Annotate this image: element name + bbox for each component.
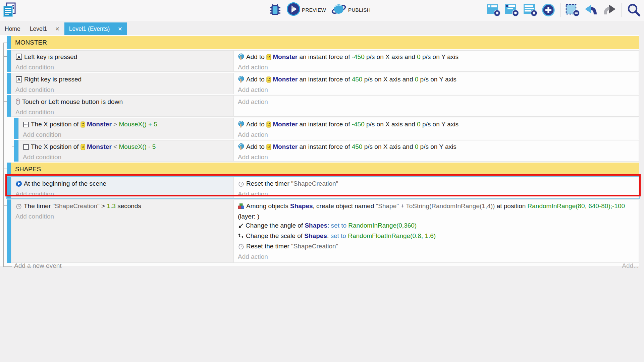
- action-sentence[interactable]: Reset the timer "ShapeCreation": [234, 242, 639, 252]
- preview-label: PREVIEW: [302, 7, 326, 13]
- debugger-button[interactable]: [268, 2, 282, 17]
- add-action-button[interactable]: Add action: [234, 85, 639, 94]
- add-condition-button[interactable]: Add condition: [11, 85, 233, 94]
- svg-text:A: A: [17, 77, 21, 82]
- action-sentence[interactable]: Among objects Shapes, create object name…: [234, 201, 639, 221]
- condition-sentence[interactable]: Touch or Left mouse button is down: [11, 97, 233, 108]
- tab-level1[interactable]: Level1✕: [25, 22, 64, 35]
- add-comment-button[interactable]: [523, 3, 538, 17]
- monster-icon: [266, 54, 271, 63]
- add-action-button[interactable]: Add action: [234, 97, 639, 106]
- project-manager-button[interactable]: [2, 2, 17, 18]
- event-row[interactable]: Touch or Left mouse button is downAdd co…: [7, 95, 639, 117]
- event-row[interactable]: At the beginning of the sceneAdd conditi…: [7, 177, 639, 198]
- sentence-segment: :: [327, 232, 331, 239]
- add-more-button[interactable]: Add...: [622, 262, 639, 269]
- sentence-segment: >: [100, 202, 107, 209]
- position-icon: [23, 121, 29, 130]
- sentence-segment: Add to: [246, 76, 266, 83]
- actions-cell[interactable]: Add to Monster an instant force of -450 …: [234, 50, 639, 72]
- condition-sentence[interactable]: At the beginning of the scene: [11, 179, 233, 189]
- sentence-segment: 450: [352, 76, 363, 83]
- event-row[interactable]: The X position of Monster > MouseX() + 5…: [14, 118, 639, 139]
- actions-cell[interactable]: Reset the timer "ShapeCreation"Add actio…: [234, 177, 639, 198]
- tab-level1-events[interactable]: Level1 (Events)✕: [64, 22, 127, 35]
- action-sentence[interactable]: Change the scale of Shapes: set to Rando…: [234, 231, 639, 242]
- action-sentence[interactable]: Reset the timer "ShapeCreation": [234, 179, 639, 189]
- event-group-header[interactable]: SHAPES: [7, 163, 639, 176]
- event-row[interactable]: The timer "ShapeCreation" > 1.3 secondsA…: [7, 199, 639, 263]
- preview-button[interactable]: PREVIEW: [286, 2, 326, 17]
- event-row[interactable]: ALeft key is pressedAdd conditionAdd to …: [7, 50, 639, 72]
- add-condition-button[interactable]: Add condition: [11, 63, 233, 72]
- add-action-button[interactable]: Add action: [234, 63, 639, 72]
- tab-home[interactable]: Home: [0, 22, 25, 35]
- action-sentence[interactable]: Add to Monster an instant force of -450 …: [234, 120, 639, 130]
- sentence-segment: Monster: [87, 143, 112, 150]
- add-action-button[interactable]: Add action: [234, 189, 639, 198]
- condition-sentence[interactable]: The X position of Monster < MouseX() - 5: [19, 142, 233, 153]
- actions-cell[interactable]: Add action: [234, 95, 639, 117]
- actions-cell[interactable]: Add to Monster an instant force of 450 p…: [234, 140, 639, 162]
- undo-button[interactable]: [584, 3, 598, 17]
- add-condition-button[interactable]: Add condition: [19, 153, 233, 162]
- sentence-segment: p/s on X axis and: [362, 143, 415, 150]
- add-condition-button[interactable]: Add condition: [11, 189, 233, 198]
- tab-close-icon[interactable]: ✕: [118, 26, 122, 32]
- condition-sentence[interactable]: ALeft key is pressed: [11, 52, 233, 63]
- event-group-header[interactable]: MONSTER: [7, 36, 639, 49]
- tab-close-icon[interactable]: ✕: [55, 26, 59, 32]
- conditions-cell[interactable]: ALeft key is pressedAdd condition: [11, 50, 234, 72]
- sentence-segment: -450: [352, 53, 365, 60]
- conditions-cell[interactable]: ARight key is pressedAdd condition: [11, 73, 234, 94]
- event-row[interactable]: ARight key is pressedAdd conditionAdd to…: [7, 73, 639, 94]
- sentence-segment: RandomInRange(0,360): [348, 222, 417, 229]
- create-object-icon: [238, 203, 245, 212]
- actions-cell[interactable]: Among objects Shapes, create object name…: [234, 199, 639, 263]
- add-event-button[interactable]: [486, 3, 501, 17]
- sentence-segment: set to: [331, 222, 348, 229]
- publish-button[interactable]: PUBLISH: [331, 2, 371, 17]
- redo-button[interactable]: [602, 3, 617, 17]
- action-sentence[interactable]: Add to Monster an instant force of 450 p…: [234, 142, 639, 153]
- sentence-segment: 450: [352, 143, 363, 150]
- sentence-segment: p/s on X axis and: [365, 121, 417, 128]
- sentence-segment: set to: [330, 232, 348, 239]
- conditions-cell[interactable]: At the beginning of the sceneAdd conditi…: [11, 177, 234, 198]
- conditions-cell[interactable]: The timer "ShapeCreation" > 1.3 secondsA…: [11, 199, 234, 263]
- event-row[interactable]: The X position of Monster < MouseX() - 5…: [14, 140, 639, 162]
- timer-icon: [15, 203, 22, 212]
- search-button[interactable]: [627, 3, 641, 17]
- sentence-segment: The X position of: [31, 121, 80, 128]
- action-sentence[interactable]: Add to Monster an instant force of 450 p…: [234, 75, 639, 85]
- sentence-segment: 0: [417, 121, 421, 128]
- actions-cell[interactable]: Add to Monster an instant force of -450 …: [234, 118, 639, 139]
- condition-sentence[interactable]: The timer "ShapeCreation" > 1.3 seconds: [11, 201, 233, 212]
- sentence-segment: Change the angle of: [246, 222, 305, 229]
- sentence-segment: seconds: [116, 202, 141, 209]
- condition-sentence[interactable]: ARight key is pressed: [11, 75, 233, 85]
- sentence-segment: an instant force of: [298, 53, 352, 60]
- conditions-cell[interactable]: Touch or Left mouse button is downAdd co…: [11, 95, 234, 117]
- add-new-event-button[interactable]: Add a new event: [14, 262, 62, 269]
- delete-event-button[interactable]: [565, 3, 580, 17]
- condition-sentence[interactable]: The X position of Monster > MouseX() + 5: [19, 120, 233, 130]
- sentence-segment: at position: [495, 202, 527, 209]
- add-condition-button[interactable]: Add condition: [19, 130, 233, 139]
- add-action-button[interactable]: Add action: [234, 130, 639, 139]
- events-sheet: MONSTERALeft key is pressedAdd condition…: [0, 35, 639, 266]
- action-sentence[interactable]: Add to Monster an instant force of -450 …: [234, 52, 639, 63]
- conditions-cell[interactable]: The X position of Monster < MouseX() - 5…: [18, 140, 234, 162]
- sentence-segment: an instant force of: [298, 76, 352, 83]
- svg-text:A: A: [17, 55, 21, 60]
- actions-cell[interactable]: Add to Monster an instant force of 450 p…: [234, 73, 639, 94]
- action-sentence[interactable]: Change the angle of Shapes: set to Rando…: [234, 221, 639, 231]
- add-condition-button[interactable]: Add condition: [11, 108, 233, 117]
- add-action-button[interactable]: Add action: [234, 252, 639, 261]
- add-condition-button[interactable]: Add condition: [11, 212, 233, 221]
- conditions-cell[interactable]: The X position of Monster > MouseX() + 5…: [18, 118, 234, 139]
- add-subevent-button[interactable]: [504, 3, 519, 17]
- add-other-event-button[interactable]: [541, 3, 555, 17]
- sentence-segment: p/s on Y axis: [421, 53, 459, 60]
- add-action-button[interactable]: Add action: [234, 153, 639, 162]
